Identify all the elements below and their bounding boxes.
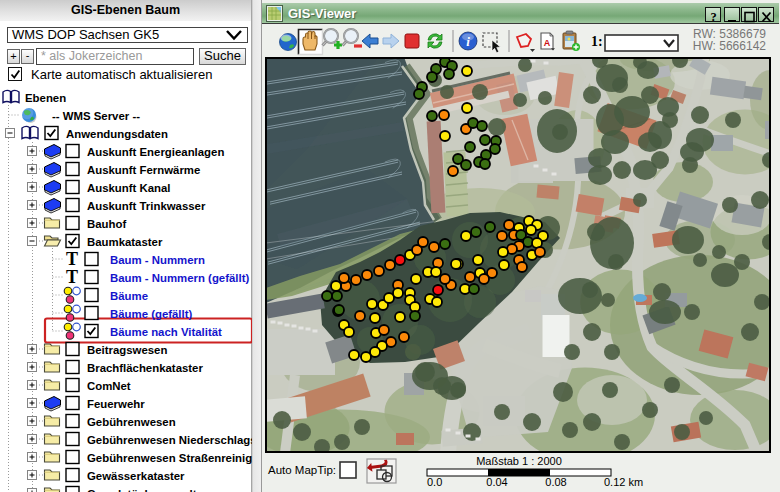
svg-text:1:: 1: bbox=[591, 34, 603, 49]
svg-text:A: A bbox=[544, 38, 551, 48]
svg-text:HW: 5666142: HW: 5666142 bbox=[693, 39, 766, 53]
svg-text:Baum - Nummern: Baum - Nummern bbox=[110, 254, 205, 266]
svg-text:Auskunft Energieanlagen: Auskunft Energieanlagen bbox=[87, 146, 224, 158]
svg-text:ComNet: ComNet bbox=[87, 380, 131, 392]
svg-text:Bäume nach Vitalität: Bäume nach Vitalität bbox=[110, 326, 222, 338]
svg-text:Gebührenwesen Straßenreinigu: Gebührenwesen Straßenreinigu bbox=[87, 452, 252, 464]
svg-text:i: i bbox=[466, 34, 470, 49]
svg-text:Baum - Nummern (gefällt): Baum - Nummern (gefällt) bbox=[110, 272, 249, 284]
svg-text:Gebührenwesen: Gebührenwesen bbox=[87, 416, 176, 428]
svg-text:T: T bbox=[66, 267, 78, 287]
svg-text:0.08: 0.08 bbox=[545, 476, 566, 488]
svg-text:-- WMS Server --: -- WMS Server -- bbox=[52, 110, 140, 122]
svg-text:Auskunft Kanal: Auskunft Kanal bbox=[87, 182, 171, 194]
svg-text:Auto MapTip:: Auto MapTip: bbox=[268, 464, 336, 476]
svg-text:Maßstab 1 : 2000: Maßstab 1 : 2000 bbox=[476, 455, 562, 467]
svg-text:Bauhof: Bauhof bbox=[87, 218, 126, 230]
svg-text:Auskunft Trinkwasser: Auskunft Trinkwasser bbox=[87, 200, 206, 212]
svg-text:Anwendungsdaten: Anwendungsdaten bbox=[66, 128, 168, 140]
svg-text:Beitragswesen: Beitragswesen bbox=[87, 344, 167, 356]
svg-text:Gebührenwesen Niederschlagsw: Gebührenwesen Niederschlagsw bbox=[87, 434, 252, 446]
svg-text:0.12 km: 0.12 km bbox=[604, 476, 643, 488]
svg-text:Auskunft Fernwärme: Auskunft Fernwärme bbox=[87, 164, 200, 176]
svg-text:Bäume: Bäume bbox=[110, 290, 148, 302]
svg-text:Feuerwehr: Feuerwehr bbox=[87, 398, 145, 410]
svg-text:0.0: 0.0 bbox=[427, 476, 442, 488]
svg-text:Bäume (gefällt): Bäume (gefällt) bbox=[110, 308, 192, 320]
svg-text:Grundstücksverwaltung: Grundstücksverwaltung bbox=[87, 488, 217, 492]
svg-text:Ebenen: Ebenen bbox=[25, 92, 66, 104]
svg-text:Brachflächenkataster: Brachflächenkataster bbox=[87, 362, 203, 374]
svg-text:Gewässerkataster: Gewässerkataster bbox=[87, 470, 185, 482]
svg-text:T: T bbox=[66, 249, 78, 269]
svg-text:Baumkataster: Baumkataster bbox=[87, 236, 163, 248]
svg-text:0.04: 0.04 bbox=[486, 476, 507, 488]
svg-text:?: ? bbox=[710, 10, 716, 23]
